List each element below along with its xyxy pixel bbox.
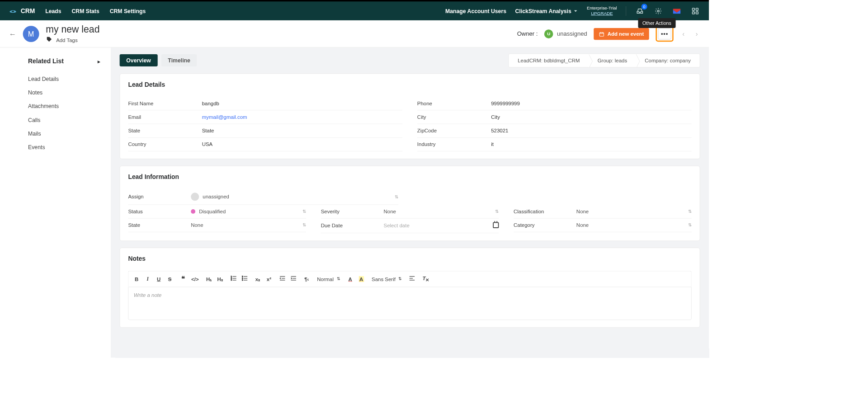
svg-rect-5 — [696, 12, 698, 14]
ordered-list-button[interactable]: 123 — [231, 276, 236, 282]
field-classification[interactable]: None ⇅ — [576, 208, 692, 214]
add-tags-link[interactable]: Add Tags — [56, 37, 77, 43]
sidebar-item-notes[interactable]: Notes — [28, 85, 100, 99]
panel-lead-details: Lead Details First Namebangdb Emailmymai… — [120, 73, 700, 159]
bullet-list-button[interactable] — [242, 276, 248, 282]
owner-chip[interactable]: U unassigned — [544, 30, 587, 39]
label-first-name: First Name — [128, 100, 202, 106]
crumb-leadcrm[interactable]: LeadCRM: bdbldmgt_CRM — [509, 54, 589, 67]
sidebar-item-attachments[interactable]: Attachments — [28, 99, 100, 113]
add-new-event-button[interactable]: Add new event — [594, 28, 649, 40]
label-industry: Industry — [417, 141, 491, 147]
italic-button[interactable]: I — [145, 276, 151, 282]
notes-title: Notes — [128, 255, 691, 263]
crumb-company[interactable]: Company: company — [636, 54, 700, 67]
h1-button[interactable]: H₁ — [206, 276, 212, 282]
value-city: City — [491, 114, 500, 120]
calendar-picker-icon[interactable] — [493, 222, 499, 229]
value-first-name: bangdb — [202, 100, 219, 106]
text-color-button[interactable]: A — [347, 276, 353, 282]
status-dot-icon — [191, 209, 195, 214]
svg-rect-6 — [599, 33, 604, 36]
brand-text: CRM — [21, 7, 35, 14]
panel-notes: Notes B I U S ❝ </> H₁ H₂ 123 — [120, 248, 700, 328]
settings-icon[interactable] — [654, 6, 663, 15]
back-arrow[interactable]: ← — [9, 30, 16, 38]
sidebar-item-calls[interactable]: Calls — [28, 113, 100, 127]
quote-button[interactable]: ❝ — [180, 275, 186, 283]
brand[interactable]: CRM — [9, 7, 35, 15]
tab-timeline[interactable]: Timeline — [161, 54, 197, 66]
outdent-button[interactable] — [279, 276, 285, 282]
inbox-icon[interactable]: 0 — [635, 6, 645, 15]
label-state-detail: State — [128, 127, 202, 133]
strike-button[interactable]: S — [167, 276, 173, 282]
svg-point-12 — [242, 280, 243, 281]
notes-editor[interactable]: Write a note — [128, 287, 691, 320]
sidebar-item-events[interactable]: Events — [28, 140, 100, 154]
next-lead-arrow[interactable]: › — [693, 30, 700, 38]
label-phone: Phone — [417, 100, 491, 106]
sidebar-item-lead-details[interactable]: Lead Details — [28, 72, 100, 85]
owner-name: unassigned — [557, 31, 587, 38]
value-phone: 9999999999 — [491, 100, 520, 106]
chevron-down-icon — [574, 9, 578, 13]
label-country: Country — [128, 141, 202, 147]
caret-icon: ⇅ — [688, 222, 692, 227]
nav-crm-stats[interactable]: CRM Stats — [72, 8, 99, 14]
prev-lead-arrow[interactable]: ‹ — [680, 30, 687, 38]
other-actions-button[interactable]: ••• — [658, 28, 671, 40]
field-assign[interactable]: unassigned ⇅ — [191, 193, 398, 201]
superscript-button[interactable]: x² — [266, 276, 272, 282]
main-content: Overview Timeline LeadCRM: bdbldmgt_CRM … — [111, 47, 709, 357]
nav-manage-users[interactable]: Manage Account Users — [445, 8, 506, 14]
enterprise-trial[interactable]: Enterprise-Trial UPGRADE — [587, 6, 617, 16]
lead-title: my new lead — [46, 24, 99, 34]
mail-app-icon[interactable] — [672, 6, 681, 15]
tab-overview[interactable]: Overview — [120, 54, 158, 66]
text-size-select[interactable]: Normal⇅ — [317, 276, 340, 282]
svg-rect-3 — [696, 8, 698, 10]
direction-button[interactable]: ¶‹ — [304, 276, 310, 282]
bg-color-button[interactable]: A — [359, 276, 364, 282]
nav-leads[interactable]: Leads — [45, 8, 61, 14]
field-status[interactable]: Disqualified ⇅ — [191, 208, 306, 214]
upgrade-link[interactable]: UPGRADE — [591, 11, 613, 16]
subscript-button[interactable]: x₂ — [255, 276, 261, 282]
caret-icon: ⇅ — [395, 194, 398, 199]
svg-rect-4 — [692, 12, 694, 14]
label-city: City — [417, 114, 491, 120]
value-email[interactable]: mymail@gmail.com — [202, 114, 247, 120]
bold-button[interactable]: B — [134, 276, 140, 282]
field-due-date[interactable]: Select date — [384, 222, 499, 229]
other-actions-highlight: ••• — [656, 26, 673, 42]
indent-button[interactable] — [290, 276, 296, 282]
breadcrumb: LeadCRM: bdbldmgt_CRM Group: leads Compa… — [509, 53, 700, 67]
underline-button[interactable]: U — [156, 276, 162, 282]
svg-text:3: 3 — [231, 279, 232, 281]
sidebar-item-mails[interactable]: Mails — [28, 127, 100, 140]
font-family-select[interactable]: Sans Serif⇅ — [372, 276, 402, 282]
h2-button[interactable]: H₂ — [217, 276, 223, 282]
crumb-group[interactable]: Group: leads — [589, 54, 636, 67]
lead-details-title: Lead Details — [128, 81, 691, 88]
apps-grid-icon[interactable] — [690, 6, 700, 15]
field-state[interactable]: None ⇅ — [191, 222, 306, 228]
expand-sidebar-icon[interactable]: ▸ — [98, 59, 100, 65]
label-status: Status — [128, 208, 191, 214]
svg-point-1 — [657, 10, 659, 12]
caret-icon: ⇅ — [688, 209, 692, 214]
nav-crm-settings[interactable]: CRM Settings — [110, 8, 146, 14]
align-button[interactable] — [409, 276, 415, 282]
related-list-sidebar: Related List ▸ Lead Details Notes Attach… — [0, 47, 111, 357]
code-button[interactable]: </> — [191, 276, 199, 282]
label-state-info: State — [128, 222, 191, 228]
field-category[interactable]: None ⇅ — [576, 222, 692, 228]
divider — [626, 6, 626, 15]
label-severity: Severity — [321, 208, 384, 214]
nav-clickstream[interactable]: ClickStream Analysis — [515, 8, 578, 14]
field-severity[interactable]: None ⇅ — [384, 208, 499, 214]
other-actions-tooltip: Other Actions — [638, 18, 675, 28]
clear-format-button[interactable]: T✕ — [422, 275, 429, 282]
label-due-date: Due Date — [321, 223, 384, 229]
